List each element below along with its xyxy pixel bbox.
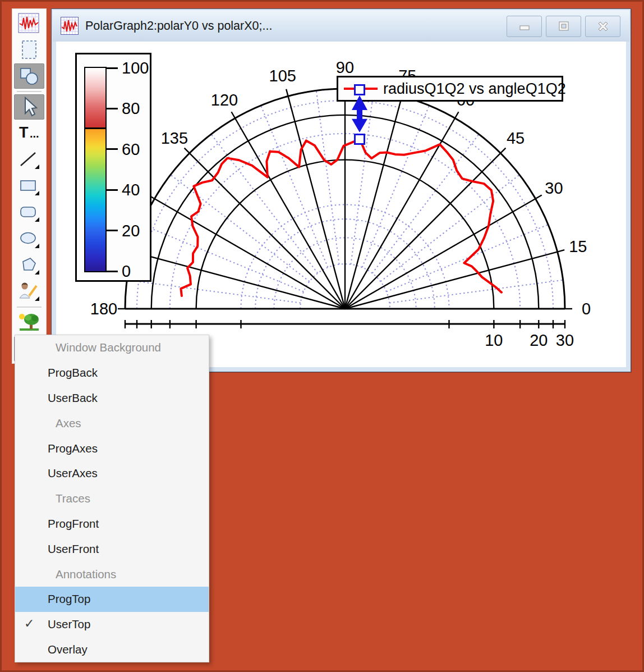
menu-item-userback[interactable]: UserBack	[15, 386, 209, 411]
text-tool-button[interactable]: T...	[14, 121, 44, 146]
svg-text:T: T	[19, 124, 29, 141]
rounded-rect-icon	[18, 202, 40, 223]
desktop: T... PolarGraph2:polarY0 vs polarX0;...	[0, 0, 644, 672]
menu-item-usertop[interactable]: ✓UserTop	[15, 612, 209, 637]
drawing-toolbar: T...	[12, 8, 47, 364]
svg-text:...: ...	[30, 127, 39, 140]
menu-item-traces: Traces	[15, 486, 209, 511]
svg-text:120: 120	[211, 91, 238, 109]
menu-item-userfront[interactable]: UserFront	[15, 536, 209, 561]
polygon-tool-button[interactable]	[14, 253, 44, 278]
colorbar-tick	[105, 148, 118, 150]
graph-content: 0153045607590105120135150165180102030 02…	[56, 42, 626, 367]
colorbar-tick	[105, 189, 118, 191]
menu-item-label: Window Background	[56, 341, 161, 354]
menu-item-label: ProgAxes	[48, 442, 98, 455]
checkmark-icon: ✓	[24, 616, 34, 631]
menu-item-progaxes[interactable]: ProgAxes	[15, 436, 209, 461]
arrow-cursor-icon	[18, 97, 40, 118]
menu-item-progback[interactable]: ProgBack	[15, 360, 209, 386]
waveform-icon	[18, 13, 40, 34]
dashed-rect-icon	[18, 39, 40, 61]
menu-item-label: UserTop	[48, 618, 90, 631]
ellipse-icon	[18, 228, 40, 250]
svg-text:30: 30	[556, 331, 574, 349]
colorbar-tick-label: 80	[122, 99, 140, 118]
maximize-button[interactable]	[546, 16, 581, 37]
svg-text:30: 30	[545, 179, 563, 197]
color-scale-bar	[84, 67, 107, 272]
toolbar-separator	[12, 305, 46, 309]
picture-tool-button[interactable]	[14, 310, 44, 335]
svg-text:10: 10	[485, 331, 503, 349]
legend-trace-sample	[344, 88, 378, 90]
menu-item-label: ProgBack	[48, 366, 98, 380]
shapes-icon	[18, 66, 40, 87]
svg-text:105: 105	[269, 67, 296, 85]
svg-text:20: 20	[530, 331, 548, 349]
select-arrow-tool-button[interactable]	[14, 94, 44, 120]
page-layout-tool-button[interactable]	[14, 37, 44, 62]
colorbar-tick-label: 0	[122, 262, 131, 281]
rectangle-tool-button[interactable]	[14, 173, 44, 199]
rectangle-icon	[18, 176, 40, 197]
window-controls	[507, 16, 620, 37]
menu-item-label: Overlay	[48, 643, 88, 656]
menu-item-overlay[interactable]: Overlay	[15, 637, 209, 662]
menu-item-axes: Axes	[15, 410, 209, 436]
menu-item-label: Annotations	[56, 568, 116, 581]
titlebar[interactable]: PolarGraph2:polarY0 vs polarX0;...	[53, 10, 629, 42]
menu-item-annotations: Annotations	[15, 561, 209, 587]
freehand-draw-tool-button[interactable]	[14, 279, 44, 304]
svg-text:0: 0	[582, 300, 591, 318]
svg-text:180: 180	[90, 300, 117, 318]
menu-item-progtop[interactable]: ProgTop	[15, 587, 209, 612]
menu-item-label: Axes	[56, 417, 81, 430]
rounded-rectangle-tool-button[interactable]	[14, 200, 44, 225]
menu-item-label: UserBack	[48, 391, 98, 405]
toolbar-separator	[12, 89, 46, 94]
svg-text:90: 90	[336, 58, 354, 76]
polar-graph-window: PolarGraph2:polarY0 vs polarX0;... 01530…	[51, 8, 631, 372]
draw-shapes-tool-button[interactable]	[14, 63, 44, 89]
ellipse-tool-button[interactable]	[14, 226, 44, 252]
close-button[interactable]	[585, 16, 620, 37]
colorbar-tick-label: 20	[122, 222, 140, 240]
person-pencil-icon	[18, 281, 40, 303]
menu-item-useraxes[interactable]: UserAxes	[15, 461, 209, 486]
menu-item-progfront[interactable]: ProgFront	[15, 511, 209, 537]
svg-text:45: 45	[507, 129, 525, 147]
colorbar-tick	[105, 108, 118, 109]
colorbar-divider	[85, 127, 105, 129]
line-tool-button[interactable]	[14, 147, 44, 172]
legend-label: radiusQ1Q2 vs angleQ1Q2	[383, 80, 566, 98]
colorbar-tick-label: 40	[122, 181, 140, 199]
menu-item-label: Traces	[56, 492, 90, 505]
tree-icon	[18, 312, 40, 333]
text-icon: T...	[18, 123, 40, 144]
layer-context-menu: Window BackgroundProgBackUserBackAxesPro…	[15, 335, 209, 662]
window-title: PolarGraph2:polarY0 vs polarX0;...	[85, 19, 272, 33]
graph-tool-button[interactable]	[14, 11, 44, 36]
graph-window-icon	[61, 17, 79, 35]
line-icon	[18, 149, 40, 171]
menu-item-window-background: Window Background	[15, 335, 209, 360]
menu-item-label: UserAxes	[48, 467, 98, 480]
colorbar-tick-label: 100	[122, 59, 149, 77]
minimize-button[interactable]	[507, 16, 542, 37]
colorbar-tick-label: 60	[122, 140, 140, 159]
svg-text:15: 15	[569, 237, 587, 255]
svg-text:135: 135	[161, 129, 188, 147]
colorbar-tick	[105, 67, 118, 69]
polygon-icon	[18, 255, 40, 276]
color-scale[interactable]: 020406080100	[75, 53, 151, 282]
menu-item-label: UserFront	[48, 542, 99, 556]
colorbar-tick	[105, 271, 118, 272]
menu-item-label: ProgTop	[48, 592, 90, 606]
legend[interactable]: radiusQ1Q2 vs angleQ1Q2	[337, 76, 563, 102]
colorbar-tick	[105, 230, 118, 231]
menu-item-label: ProgFront	[48, 517, 99, 531]
